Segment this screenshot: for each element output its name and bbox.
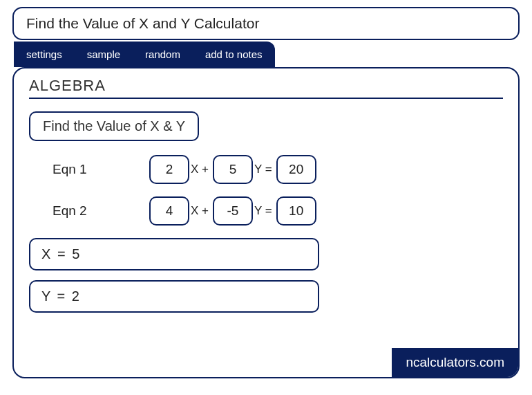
tab-add-to-notes[interactable]: add to notes [193, 42, 275, 67]
section-heading: ALGEBRA [29, 77, 503, 99]
eqn2-label: Eqn 2 [53, 203, 149, 219]
tab-settings[interactable]: settings [14, 42, 75, 67]
result-x: X = 5 [29, 238, 319, 270]
op-y-eq: Y = [254, 204, 272, 218]
branding-label: ncalculators.com [392, 348, 518, 377]
sub-header: Find the Value of X & Y [29, 111, 199, 141]
eqn1-coef-y[interactable] [213, 155, 253, 184]
eqn1-label: Eqn 1 [53, 162, 149, 177]
result-y: Y = 2 [29, 280, 319, 313]
eqn2-coef-y[interactable] [213, 196, 253, 226]
equation-2-row: Eqn 2 X + Y = [53, 196, 503, 226]
op-y-eq: Y = [254, 163, 272, 176]
tab-random[interactable]: random [133, 42, 193, 67]
eqn2-constant[interactable] [276, 196, 316, 226]
equation-1-row: Eqn 1 X + Y = [53, 155, 503, 184]
eqn1-constant[interactable] [276, 155, 316, 184]
tab-sample[interactable]: sample [75, 42, 133, 67]
page-title: Find the Value of X and Y Calculator [12, 7, 520, 40]
eqn1-coef-x[interactable] [149, 155, 189, 184]
op-x-plus: X + [191, 163, 209, 176]
op-x-plus: X + [191, 204, 209, 218]
tab-bar: settings sample random add to notes [14, 42, 520, 67]
main-panel: ALGEBRA Find the Value of X & Y Eqn 1 X … [12, 67, 520, 378]
eqn2-coef-x[interactable] [149, 196, 189, 226]
